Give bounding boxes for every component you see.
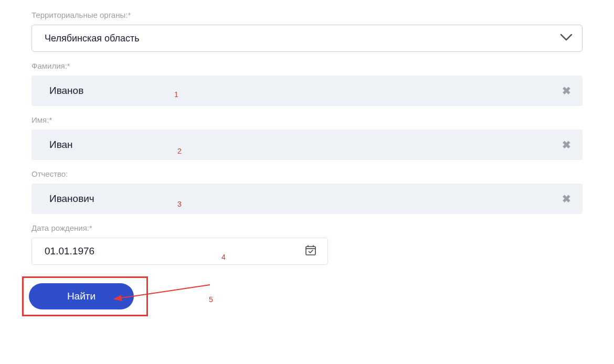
territory-select[interactable]: Челябинская область [31, 25, 583, 52]
lastname-input-wrapper: ✖ [31, 76, 583, 106]
dob-input[interactable] [45, 245, 296, 257]
submit-highlight-box: Найти [22, 276, 148, 316]
dob-group: Дата рождения:* 4 [31, 223, 583, 265]
firstname-group: Имя:* ✖ 2 [31, 115, 583, 160]
firstname-input[interactable] [49, 139, 551, 151]
clear-icon[interactable]: ✖ [562, 140, 571, 150]
annotation-5: 5 [209, 295, 213, 304]
clear-icon[interactable]: ✖ [562, 194, 571, 204]
patronymic-label: Отчество: [31, 169, 583, 178]
lastname-group: Фамилия:* ✖ 1 [31, 61, 583, 106]
clear-icon[interactable]: ✖ [562, 85, 571, 96]
lastname-input[interactable] [49, 85, 551, 97]
svg-rect-0 [306, 247, 315, 255]
territory-value: Челябинская область [45, 33, 140, 44]
submit-button[interactable]: Найти [29, 283, 134, 309]
patronymic-group: Отчество: ✖ 3 [31, 169, 583, 214]
territory-group: Территориальные органы:* Челябинская обл… [31, 10, 583, 52]
lastname-label: Фамилия:* [31, 61, 583, 70]
chevron-down-icon [560, 34, 573, 43]
dob-label: Дата рождения:* [31, 223, 583, 232]
dob-input-wrapper [31, 238, 328, 265]
submit-row: Найти 5 [31, 274, 583, 316]
territory-label: Территориальные органы:* [31, 10, 583, 19]
patronymic-input-wrapper: ✖ [31, 184, 583, 214]
firstname-label: Имя:* [31, 115, 583, 124]
patronymic-input[interactable] [49, 193, 551, 205]
calendar-icon[interactable] [305, 245, 316, 258]
firstname-input-wrapper: ✖ [31, 130, 583, 160]
